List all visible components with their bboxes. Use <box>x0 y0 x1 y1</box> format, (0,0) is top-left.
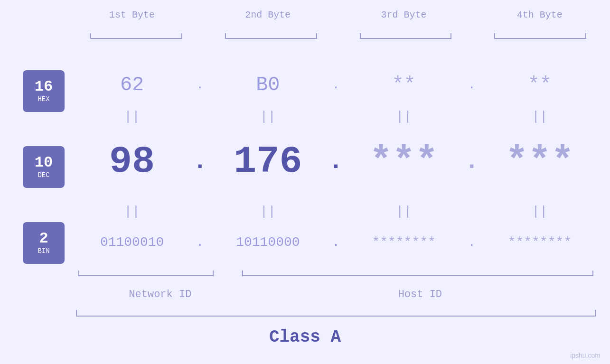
bin-b1: 01100010 <box>76 235 188 250</box>
byte3-header: 3rd Byte <box>348 9 460 20</box>
bracket-byte2 <box>220 33 322 43</box>
bin-row: 01100010 . 10110000 . ******** . *******… <box>76 235 596 250</box>
byte4-header: 4th Byte <box>484 9 596 20</box>
outer-bracket-right <box>595 310 596 317</box>
eq2-b4: || <box>484 204 596 219</box>
host-id-label: Host ID <box>244 289 596 300</box>
dec-row: 98 . 176 . *** . *** <box>76 140 596 183</box>
dot-dec-3: . <box>460 148 484 175</box>
byte2-header: 2nd Byte <box>212 9 324 20</box>
bin-b2: 10110000 <box>212 235 324 250</box>
hex-badge-label: HEX <box>38 95 49 103</box>
dec-badge: 10 DEC <box>23 146 65 188</box>
dot-hex-1: . <box>188 79 212 92</box>
hex-b1: 62 <box>76 74 188 96</box>
eq1-b3: || <box>348 109 460 124</box>
dot-hex-2: . <box>324 79 348 92</box>
host-bracket <box>240 271 596 280</box>
header-row: 1st Byte 2nd Byte 3rd Byte 4th Byte <box>0 9 610 20</box>
bin-badge-label: BIN <box>38 247 49 255</box>
hex-b4: ** <box>484 74 596 96</box>
dot-dec-2: . <box>324 148 348 175</box>
top-brackets <box>76 33 596 43</box>
eq2-b3: || <box>348 204 460 219</box>
dec-badge-label: DEC <box>38 171 49 179</box>
eq1-b2: || <box>212 109 324 124</box>
bin-badge-number: 2 <box>39 231 48 246</box>
hex-badge: 16 HEX <box>23 70 65 112</box>
dot-bin-1: . <box>188 235 212 250</box>
eq1-b4: || <box>484 109 596 124</box>
bin-badge: 2 BIN <box>23 222 65 264</box>
watermark: ipshu.com <box>570 352 601 359</box>
network-id-label: Network ID <box>76 289 244 300</box>
eq2-b1: || <box>76 204 188 219</box>
dot-hex-3: . <box>460 79 484 92</box>
bracket-byte3 <box>355 33 457 43</box>
dot-bin-3: . <box>460 235 484 250</box>
bracket-byte1 <box>85 33 187 43</box>
equals-row-2: || || || || <box>76 204 596 219</box>
eq1-b1: || <box>76 109 188 124</box>
dec-badge-number: 10 <box>35 155 53 170</box>
bin-b3: ******** <box>348 235 460 250</box>
equals-row-1: || || || || <box>76 109 596 124</box>
main-container: 16 HEX 10 DEC 2 BIN 1st Byte 2nd Byte 3r… <box>0 0 610 364</box>
outer-bracket-left <box>76 310 77 317</box>
dec-b2: 176 <box>212 140 324 183</box>
dec-b4: *** <box>484 140 596 183</box>
eq2-b2: || <box>212 204 324 219</box>
dec-b1: 98 <box>76 140 188 183</box>
hex-badge-number: 16 <box>35 79 53 94</box>
hex-b3: ** <box>348 74 460 96</box>
network-bracket <box>76 271 216 280</box>
hex-b2: B0 <box>212 74 324 96</box>
bracket-byte4 <box>489 33 591 43</box>
hex-row: 62 . B0 . ** . ** <box>76 74 596 96</box>
bin-b4: ******** <box>484 235 596 250</box>
dec-b3: *** <box>348 140 460 183</box>
byte1-header: 1st Byte <box>76 9 188 20</box>
class-label: Class A <box>0 327 610 347</box>
dot-bin-2: . <box>324 235 348 250</box>
outer-bracket-line <box>76 316 596 317</box>
dot-dec-1: . <box>188 148 212 175</box>
